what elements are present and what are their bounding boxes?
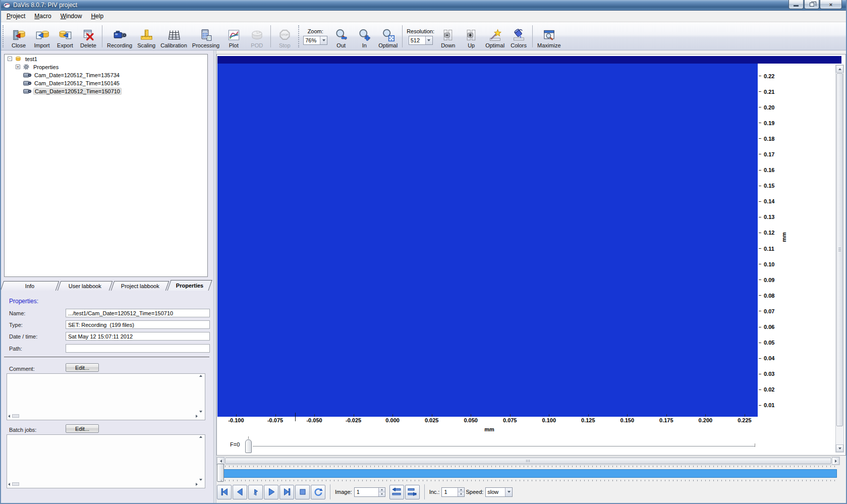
play-button[interactable] <box>264 485 278 499</box>
scroll-thumb[interactable] <box>12 414 19 418</box>
y-tick-label: 0.22 <box>764 73 774 79</box>
export-button[interactable]: Export <box>53 23 77 49</box>
spin-down-icon[interactable] <box>458 492 464 496</box>
tab-properties[interactable]: Properties <box>167 280 212 291</box>
scroll-right-icon[interactable] <box>196 415 198 418</box>
scroll-right-icon[interactable] <box>196 483 198 486</box>
scroll-down-icon[interactable] <box>199 479 202 481</box>
restore-button[interactable] <box>804 0 819 9</box>
stop-button: STOP Stop <box>273 23 296 49</box>
increment-spinner[interactable]: 1 <box>441 487 465 497</box>
zoom-optimal-button[interactable]: Optimal <box>376 23 400 49</box>
scroll-up-button[interactable] <box>836 65 843 73</box>
image-number-spinner[interactable]: 1 <box>354 487 385 497</box>
plot-button[interactable]: Plot <box>222 23 245 49</box>
first-frame-button[interactable] <box>217 485 232 499</box>
calibration-button[interactable]: Calibration <box>158 23 190 49</box>
y-tick-label: 0.06 <box>764 324 774 330</box>
y-tick-label: 0.11 <box>764 246 774 252</box>
spinner-buttons[interactable] <box>458 488 464 496</box>
last-in-set-button[interactable] <box>405 485 420 499</box>
spin-down-icon[interactable] <box>379 492 385 496</box>
stop-playback-button[interactable] <box>295 485 310 499</box>
colors-button[interactable]: Colors <box>507 23 530 49</box>
collapse-icon[interactable]: - <box>8 57 12 61</box>
zoom-in-button[interactable]: In <box>353 23 376 49</box>
spinner-buttons[interactable] <box>378 488 385 496</box>
y-axis: 0.22 0.21 0.20 0.19 0.18 0.17 0.16 0.15 … <box>759 73 774 409</box>
tab-project-labbook[interactable]: Project labbook <box>111 281 170 291</box>
close-button[interactable]: × <box>820 0 842 9</box>
first-in-set-button[interactable] <box>389 485 404 499</box>
recording-button[interactable]: Recording <box>104 23 135 49</box>
loop-button[interactable] <box>311 485 325 499</box>
frame-slider-thumb[interactable] <box>245 439 252 453</box>
step-button[interactable] <box>248 485 263 499</box>
tab-user-labbook[interactable]: User labbook <box>58 281 113 291</box>
batch-hscroll[interactable] <box>8 481 198 487</box>
spin-up-icon[interactable] <box>458 488 464 492</box>
tree-item-cam-1[interactable]: Cam_Date=120512_Time=135734 <box>5 71 207 79</box>
scroll-thumb[interactable] <box>12 482 19 486</box>
color-optimal-button[interactable]: Optimal <box>483 23 507 49</box>
frame-slider-track[interactable] <box>253 446 755 447</box>
expand-icon[interactable]: + <box>16 65 20 69</box>
tab-info[interactable]: Info <box>1 281 60 291</box>
count-down-button[interactable]: Down <box>436 23 460 49</box>
scroll-left-icon[interactable] <box>8 415 10 418</box>
tree-item-cam-2[interactable]: Cam_Date=120512_Time=150145 <box>5 79 207 87</box>
comment-hscroll[interactable] <box>8 413 198 419</box>
date-time-field[interactable] <box>66 332 210 341</box>
frame-progress-bar[interactable] <box>222 469 837 478</box>
batch-jobs-box[interactable] <box>7 434 205 488</box>
menu-window[interactable]: Window <box>56 11 87 21</box>
batch-vscroll[interactable] <box>198 436 204 481</box>
y-tick-label: 0.12 <box>764 230 774 236</box>
type-field[interactable] <box>66 320 210 329</box>
import-button[interactable]: Import <box>30 23 53 49</box>
comment-vscroll[interactable] <box>198 375 204 413</box>
toolbar-drag-handle[interactable] <box>3 25 6 47</box>
batch-jobs-edit-button[interactable]: Edit... <box>66 424 99 433</box>
scroll-right-button[interactable] <box>832 457 839 465</box>
menu-project[interactable]: Project <box>2 11 30 21</box>
stop-icon: STOP <box>278 27 292 42</box>
zoom-combobox[interactable]: 76% <box>303 36 327 45</box>
spin-up-icon[interactable] <box>379 488 385 492</box>
scroll-up-icon[interactable] <box>199 375 202 377</box>
last-frame-button[interactable] <box>279 485 294 499</box>
scroll-up-icon[interactable] <box>199 436 202 438</box>
resolution-combobox[interactable]: 512 <box>409 36 433 45</box>
tree-item-cam-3[interactable]: Cam_Date=120512_Time=150710 <box>5 87 207 95</box>
name-field[interactable] <box>66 309 210 317</box>
scroll-left-icon[interactable] <box>8 483 10 486</box>
speed-combobox[interactable]: slow <box>485 487 513 497</box>
scroll-down-button[interactable] <box>836 444 843 452</box>
speed-dropdown-icon[interactable] <box>505 488 512 496</box>
delete-button[interactable]: Delete <box>77 23 100 49</box>
menu-help[interactable]: Help <box>86 11 108 21</box>
comment-edit-button[interactable]: Edit... <box>66 363 99 372</box>
scaling-button[interactable]: Scaling <box>135 23 158 49</box>
horizontal-scroll-thumb[interactable] <box>225 458 831 464</box>
resolution-dropdown-icon[interactable] <box>425 36 432 44</box>
maximize-view-button[interactable]: Maximize <box>535 23 563 49</box>
tree-item-properties[interactable]: + Properties <box>5 63 207 71</box>
scroll-down-icon[interactable] <box>199 411 202 413</box>
zoom-out-button[interactable]: Out <box>329 23 353 49</box>
image-canvas[interactable] <box>217 64 758 417</box>
minimize-button[interactable] <box>788 0 804 9</box>
frame-position-thumb[interactable] <box>217 464 224 482</box>
comment-box[interactable] <box>7 373 205 420</box>
play-backward-button[interactable] <box>233 485 247 499</box>
tree-item-root[interactable]: - test1 <box>5 55 207 63</box>
processing-button[interactable]: Processing <box>190 23 222 49</box>
viewer-vertical-scrollbar[interactable] <box>835 65 844 453</box>
vertical-scroll-thumb[interactable] <box>836 73 843 426</box>
viewer-horizontal-scrollbar[interactable] <box>216 457 840 465</box>
menu-macro[interactable]: Macro <box>30 11 55 21</box>
zoom-dropdown-icon[interactable] <box>320 36 327 44</box>
count-up-button[interactable]: Up <box>460 23 483 49</box>
path-field[interactable] <box>66 344 210 353</box>
close-project-button[interactable]: Close <box>7 23 30 49</box>
